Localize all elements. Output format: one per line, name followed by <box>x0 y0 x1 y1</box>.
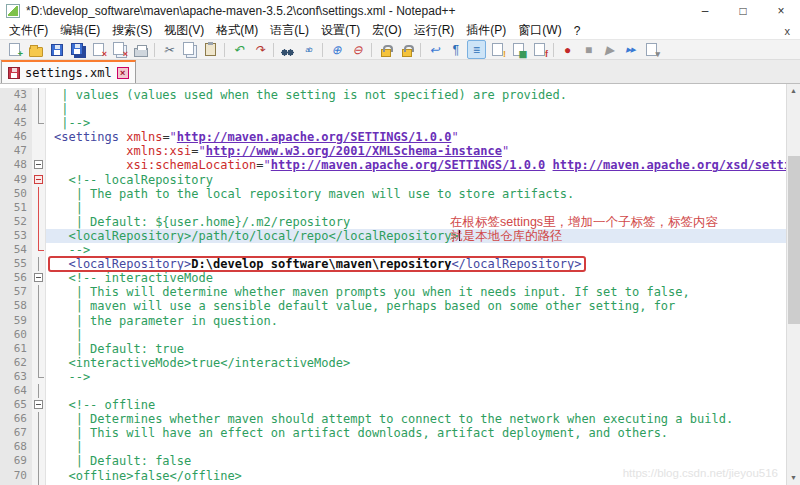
close-icon[interactable]: × <box>89 40 108 59</box>
show-all-chars-icon[interactable]: ¶ <box>446 40 465 59</box>
fold-toggle-icon[interactable] <box>32 398 46 412</box>
minimize-button[interactable]: – <box>686 0 724 22</box>
function-list-icon[interactable]: f <box>530 40 549 59</box>
editor-line-51[interactable]: 51 | <box>0 201 786 215</box>
editor-line-59[interactable]: 59 | the parameter in question. <box>0 314 786 328</box>
word-wrap-icon[interactable]: ↩ <box>425 40 444 59</box>
code-text[interactable]: | The path to the local repository maven… <box>46 187 786 201</box>
code-text[interactable]: <!-- localRepository <box>46 173 786 187</box>
close-button[interactable]: × <box>762 0 800 22</box>
menu-item-edit[interactable]: 编辑(E) <box>54 22 106 39</box>
doc-map-icon[interactable]: ▦ <box>509 40 528 59</box>
menu-item-file[interactable]: 文件(F) <box>3 22 54 39</box>
code-text[interactable]: |--> <box>46 116 786 130</box>
fold-toggle-icon[interactable] <box>32 173 46 187</box>
tab-close-icon[interactable]: × <box>117 67 129 79</box>
code-text[interactable]: | values (values used when the setting i… <box>46 88 786 102</box>
maximize-button[interactable]: □ <box>724 0 762 22</box>
code-text[interactable]: --> <box>46 370 786 384</box>
editor-line-62[interactable]: 62 <interactiveMode>true</interactiveMod… <box>0 356 786 370</box>
code-text[interactable]: --> <box>46 243 786 257</box>
code-text[interactable] <box>46 384 786 398</box>
menu-item-search[interactable]: 搜索(S) <box>106 22 158 39</box>
editor-line-45[interactable]: 45 |--> <box>0 116 786 130</box>
code-text[interactable]: | <box>46 440 786 454</box>
editor-line-53[interactable]: 53 <localRepository>/path/to/local/repo<… <box>0 229 786 243</box>
editor-line-52[interactable]: 52 | Default: ${user.home}/.m2/repositor… <box>0 215 786 229</box>
code-text[interactable]: | the parameter in question. <box>46 314 786 328</box>
menu-item-run[interactable]: 运行(R) <box>408 22 461 39</box>
scrollbar-thumb[interactable] <box>788 156 800 324</box>
editor-line-57[interactable]: 57 | This will determine whether maven p… <box>0 285 786 299</box>
new-file-icon[interactable]: + <box>5 40 24 59</box>
fold-toggle-icon[interactable] <box>32 271 46 285</box>
zoom-out-icon[interactable]: ⊖ <box>348 40 367 59</box>
code-text[interactable]: <settings xmlns="http://maven.apache.org… <box>46 130 786 144</box>
editor-line-65[interactable]: 65 <!-- offline <box>0 398 786 412</box>
menu-item-help[interactable]: ? <box>568 24 587 38</box>
code-text[interactable]: | <box>46 102 786 116</box>
code-text[interactable]: xsi:schemaLocation="http://maven.apache.… <box>46 158 786 172</box>
editor-line-47[interactable]: 47 xmlns:xsi="http://www.w3.org/2001/XML… <box>0 144 786 158</box>
indent-guide-icon[interactable]: ≡ <box>467 40 486 59</box>
menu-item-format[interactable]: 格式(M) <box>210 22 264 39</box>
editor-line-44[interactable]: 44 | <box>0 102 786 116</box>
code-text[interactable]: | Determines whether maven should attemp… <box>46 412 786 426</box>
editor-line-54[interactable]: 54 --> <box>0 243 786 257</box>
editor-line-58[interactable]: 58 | maven will use a sensible default v… <box>0 299 786 313</box>
editor-line-46[interactable]: 46<settings xmlns="http://maven.apache.o… <box>0 130 786 144</box>
undo-icon[interactable]: ↶ <box>229 40 248 59</box>
scroll-up-icon[interactable]: ▲ <box>787 84 800 98</box>
code-text[interactable]: <!-- interactiveMode <box>46 271 786 285</box>
code-text[interactable]: | Default: ${user.home}/.m2/repository在根… <box>46 215 786 229</box>
tab-settings-xml[interactable]: settings.xml × <box>1 60 136 83</box>
code-text[interactable]: <interactiveMode>true</interactiveMode> <box>46 356 786 370</box>
editor-line-67[interactable]: 67 | This will have an effect on artifac… <box>0 426 786 440</box>
code-text[interactable]: | This will determine whether maven prom… <box>46 285 786 299</box>
cut-icon[interactable]: ✂ <box>159 40 178 59</box>
editor-line-56[interactable]: 56 <!-- interactiveMode <box>0 271 786 285</box>
macro-save-icon[interactable]: ▾ <box>642 40 661 59</box>
zoom-in-icon[interactable]: ⊕ <box>327 40 346 59</box>
user-defined-lang-icon[interactable]: ! <box>488 40 507 59</box>
code-text[interactable]: <localRepository>D:\develop_software\mav… <box>46 257 786 271</box>
editor-line-61[interactable]: 61 | Default: true <box>0 342 786 356</box>
menu-item-plugins[interactable]: 插件(P) <box>460 22 512 39</box>
editor-line-68[interactable]: 68 | <box>0 440 786 454</box>
editor-line-64[interactable]: 64 <box>0 384 786 398</box>
editor-line-50[interactable]: 50 | The path to the local repository ma… <box>0 187 786 201</box>
menu-item-language[interactable]: 语言(L) <box>264 22 315 39</box>
macro-run-multiple-icon[interactable]: ▶▶ <box>621 40 640 59</box>
menu-item-view[interactable]: 视图(V) <box>158 22 210 39</box>
menu-item-settings[interactable]: 设置(T) <box>315 22 366 39</box>
code-editor[interactable]: 43 | values (values used when the settin… <box>0 84 786 485</box>
editor-line-63[interactable]: 63 --> <box>0 370 786 384</box>
macro-record-icon[interactable]: ● <box>558 40 577 59</box>
print-icon[interactable] <box>131 40 150 59</box>
editor-line-60[interactable]: 60 | <box>0 328 786 342</box>
open-file-icon[interactable] <box>26 40 45 59</box>
sync-vertical-icon[interactable] <box>376 40 395 59</box>
macro-play-icon[interactable]: ▶ <box>600 40 619 59</box>
copy-icon[interactable] <box>180 40 199 59</box>
code-text[interactable]: | This will have an effect on artifact d… <box>46 426 786 440</box>
menu-item-macro[interactable]: 宏(O) <box>366 22 407 39</box>
editor-line-48[interactable]: 48 xsi:schemaLocation="http://maven.apac… <box>0 158 786 172</box>
scroll-down-icon[interactable]: ▼ <box>787 471 800 485</box>
code-text[interactable]: <!-- offline <box>46 398 786 412</box>
code-text[interactable]: | maven will use a sensible default valu… <box>46 299 786 313</box>
vertical-scrollbar[interactable]: ▲ ▼ <box>786 84 800 485</box>
save-all-icon[interactable] <box>68 40 87 59</box>
replace-icon[interactable]: ab <box>299 40 318 59</box>
menu-item-window[interactable]: 窗口(W) <box>512 22 567 39</box>
code-text[interactable]: | <box>46 201 786 215</box>
redo-icon[interactable]: ↷ <box>250 40 269 59</box>
fold-toggle-icon[interactable] <box>32 158 46 172</box>
code-text[interactable]: xmlns:xsi="http://www.w3.org/2001/XMLSch… <box>46 144 786 158</box>
sync-horizontal-icon[interactable] <box>397 40 416 59</box>
macro-stop-icon[interactable]: ■ <box>579 40 598 59</box>
editor-line-43[interactable]: 43 | values (values used when the settin… <box>0 88 786 102</box>
close-all-icon[interactable]: × <box>110 40 129 59</box>
code-text[interactable]: <localRepository>/path/to/local/repo</lo… <box>46 229 786 243</box>
editor-line-66[interactable]: 66 | Determines whether maven should att… <box>0 412 786 426</box>
